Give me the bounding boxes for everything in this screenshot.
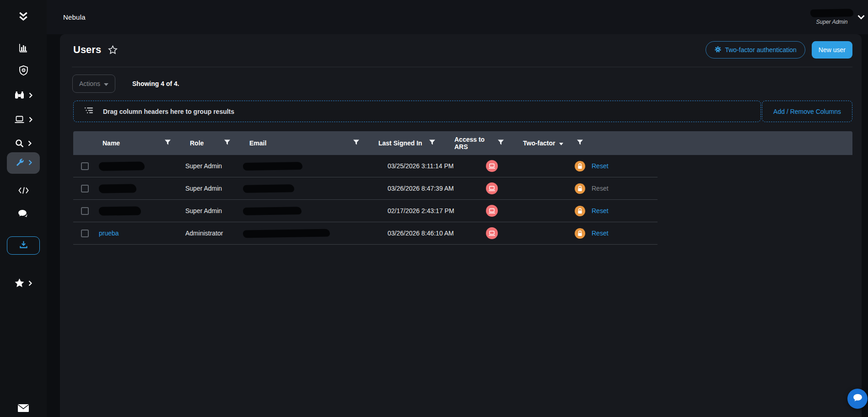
wrench-icon [15,158,24,169]
mail-envelope-icon [17,404,29,412]
filter-funnel-icon[interactable] [353,139,359,147]
header-filler [658,131,852,155]
double-chevron-down-icon [18,12,28,23]
group-by-drop-zone[interactable]: Drag column headers here to group result… [73,101,761,122]
binoculars-icon [14,91,25,99]
sidebar-collapse-button[interactable] [0,0,47,34]
chevron-right-icon [28,280,32,286]
sidebar-item-dashboard[interactable] [0,38,47,57]
user-menu[interactable]: Super Admin [810,0,865,34]
reset-link[interactable]: Reset [592,207,609,214]
row-checkbox[interactable] [81,185,89,192]
showing-count-label: Showing 4 of 4. [132,80,179,87]
two-factor-lock-badge-icon [575,161,585,171]
redacted-name [99,206,141,215]
reset-link[interactable]: Reset [592,230,609,237]
two-factor-authentication-button[interactable]: Two-factor authentication [706,41,805,59]
users-page-card: Users Two-factor authentication New user… [60,34,862,417]
sidebar-item-code[interactable] [0,181,47,199]
new-user-button[interactable]: New user [812,41,852,59]
sidebar-item-tools-active[interactable] [7,152,40,174]
filter-funnel-icon[interactable] [224,139,230,147]
chevron-right-icon [28,140,32,146]
chat-bubbles-icon [18,210,28,218]
last-signed-in-cell: 03/25/2026 3:11:14 PM [388,162,454,170]
sidebar-item-security[interactable] [0,61,47,80]
sidebar-item-search[interactable] [0,134,47,152]
chevron-right-icon [29,92,32,98]
sidebar-item-download[interactable] [7,236,40,255]
favorite-star-icon[interactable] [108,45,118,54]
ars-laptop-badge-icon [486,205,498,217]
column-header-last-signed-in[interactable]: Last Signed In [369,131,445,155]
chevron-down-icon [857,13,865,21]
column-header-two-factor[interactable]: Two-factor [514,131,658,155]
two-factor-lock-badge-icon [575,206,585,216]
redacted-email [243,229,330,238]
role-cell: Super Admin [185,207,222,214]
filter-funnel-icon[interactable] [429,139,435,147]
sidebar-item-devices[interactable] [0,110,47,128]
sidebar [0,0,47,417]
last-signed-in-cell: 02/17/2026 2:43:17 PM [388,207,454,214]
column-header-access-to-ars[interactable]: Access to ARS [445,131,514,155]
ars-laptop-badge-icon [486,160,498,172]
sort-caret-down-icon [559,139,563,147]
role-cell: Administrator [185,230,223,237]
redacted-name [99,161,145,171]
chevron-right-icon [29,117,32,123]
table-row: Super Admin 02/17/2026 2:43:17 PM Reset [73,200,658,222]
redacted-email [243,161,302,170]
reset-link[interactable]: Reset [592,185,609,192]
table-row: Super Admin 03/25/2026 3:11:14 PM Reset [73,155,658,177]
reset-link[interactable]: Reset [592,162,609,170]
column-header-name[interactable]: Name [96,131,181,155]
search-icon [15,139,24,148]
sidebar-item-favorites[interactable] [0,274,47,292]
download-icon [19,241,28,251]
caret-down-icon [104,80,108,87]
sidebar-item-mail[interactable] [0,399,47,417]
row-checkbox[interactable] [81,230,89,237]
last-signed-in-cell: 03/26/2026 8:46:10 AM [388,230,454,237]
sidebar-item-discovery[interactable] [0,86,47,104]
group-list-icon [85,107,93,116]
two-factor-lock-badge-icon [575,228,585,239]
select-all-column [73,131,96,155]
redacted-name [99,184,136,193]
sidebar-item-chat[interactable] [0,205,47,223]
ars-laptop-badge-icon [486,227,498,239]
gear-icon [714,46,722,54]
redacted-email [243,184,294,193]
table-row: Super Admin 03/26/2026 8:47:39 AM Reset [73,177,658,200]
ars-laptop-badge-icon [486,182,498,194]
row-checkbox[interactable] [81,207,89,215]
redacted-email [243,206,302,215]
user-name-link[interactable]: prueba [99,230,119,237]
filter-funnel-icon[interactable] [498,139,504,147]
star-icon [15,278,24,288]
user-role-label: Super Admin [816,19,848,25]
role-cell: Super Admin [185,162,222,170]
divider [72,67,852,67]
redacted-user-name [810,9,853,17]
filter-funnel-icon[interactable] [165,139,171,147]
column-header-role[interactable]: Role [181,131,240,155]
table-header: Name Role Email Last Signed In Access to… [73,131,852,155]
table-row: prueba Administrator 03/26/2026 8:46:10 … [73,222,658,245]
filter-funnel-icon[interactable] [577,139,583,147]
shield-gear-icon [19,65,28,76]
column-header-email[interactable]: Email [240,131,369,155]
bar-chart-icon [18,43,28,53]
chat-bubble-icon [852,392,863,406]
row-checkbox[interactable] [81,162,89,170]
laptop-icon [14,116,25,123]
actions-dropdown-button[interactable]: Actions [72,75,115,93]
chevron-right-icon [28,159,32,167]
role-cell: Super Admin [185,185,222,192]
chat-fab-button[interactable] [847,389,868,409]
add-remove-columns-button[interactable]: Add / Remove Columns [762,101,852,122]
page-title: Users [73,44,101,56]
brand-title: Nebula [63,0,86,34]
table-body: Super Admin 03/25/2026 3:11:14 PM Reset … [73,155,658,245]
